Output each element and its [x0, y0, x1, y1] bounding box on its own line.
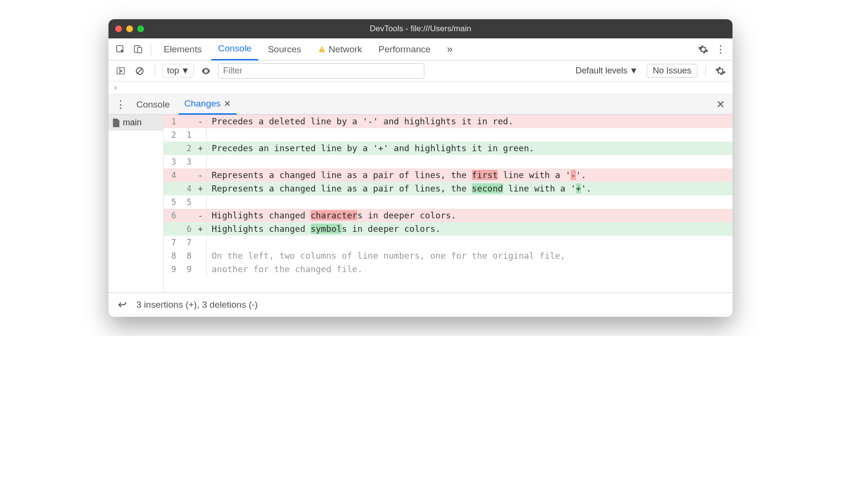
tab-elements[interactable]: Elements: [157, 38, 208, 60]
divider: [705, 65, 706, 77]
diff-marker: [194, 249, 207, 263]
chevron-down-icon: ▼: [181, 66, 190, 76]
line-number-new: [179, 115, 194, 128]
drawer-more-icon[interactable]: ⋮: [113, 97, 128, 112]
line-number-new: [179, 209, 194, 222]
log-level-label: Default levels: [576, 66, 627, 76]
settings-icon[interactable]: [696, 42, 710, 57]
diff-line: 21: [164, 128, 733, 142]
tab-console[interactable]: Console: [211, 38, 258, 60]
diff-code: Precedes a deleted line by a '-' and hig…: [207, 115, 733, 128]
diff-code: another for the changed file.: [207, 263, 733, 276]
console-sidebar-toggle-icon[interactable]: [113, 64, 128, 78]
line-number-old: 2: [164, 128, 179, 142]
context-label: top: [167, 66, 179, 76]
line-number-new: 4: [179, 182, 194, 195]
inspect-element-icon[interactable]: [113, 42, 128, 57]
line-number-old: 4: [164, 168, 179, 182]
console-settings-icon[interactable]: [713, 64, 728, 78]
diff-line: 4-Represents a changed line as a pair of…: [164, 168, 733, 182]
diff-line: 6-Highlights changed characters in deepe…: [164, 209, 733, 222]
diff-code: On the left, two columns of line numbers…: [207, 249, 733, 263]
line-number-old: 1: [164, 115, 179, 128]
line-number-new: 1: [179, 128, 194, 142]
line-number-old: [164, 182, 179, 195]
diff-content[interactable]: 1-Precedes a deleted line by a '-' and h…: [164, 115, 733, 292]
diff-summary-bar: 3 insertions (+), 3 deletions (-): [108, 292, 733, 317]
more-icon[interactable]: ⋮: [713, 42, 728, 57]
line-number-new: [179, 168, 194, 182]
diff-code: Precedes an inserted line by a '+' and h…: [207, 142, 733, 155]
line-number-new: 8: [179, 249, 194, 263]
console-prompt[interactable]: ›: [108, 82, 733, 95]
svg-rect-4: [321, 50, 322, 51]
diff-code: [207, 155, 733, 168]
diff-line: 88On the left, two columns of line numbe…: [164, 249, 733, 263]
diff-code: Highlights changed characters in deeper …: [207, 209, 733, 222]
diff-code: [207, 128, 733, 142]
line-number-new: 2: [179, 142, 194, 155]
drawer-tab-changes[interactable]: Changes ✕: [179, 95, 237, 115]
issues-button[interactable]: No Issues: [647, 64, 697, 78]
file-tree-item[interactable]: main: [108, 115, 163, 131]
diff-line: 55: [164, 195, 733, 209]
tab-overflow[interactable]: »: [440, 38, 459, 60]
minimize-window-button[interactable]: [126, 25, 133, 32]
diff-summary-text: 3 insertions (+), 3 deletions (-): [136, 300, 258, 310]
file-tree: main: [108, 115, 164, 292]
diff-marker: -: [194, 168, 207, 182]
device-toolbar-icon[interactable]: [131, 42, 145, 57]
clear-console-icon[interactable]: [132, 64, 147, 78]
diff-code: Represents a changed line as a pair of l…: [207, 168, 733, 182]
tab-sources[interactable]: Sources: [261, 38, 308, 60]
close-window-button[interactable]: [115, 25, 122, 32]
diff-marker: +: [194, 182, 207, 195]
filter-input[interactable]: [218, 63, 424, 79]
changes-diff-area: main 1-Precedes a deleted line by a '-' …: [108, 115, 733, 292]
diff-line: 4+Represents a changed line as a pair of…: [164, 182, 733, 195]
diff-marker: [194, 263, 207, 276]
diff-marker: [194, 195, 207, 209]
divider: [151, 44, 151, 55]
line-number-new: 6: [179, 222, 194, 236]
line-number-old: 5: [164, 195, 179, 209]
log-level-selector[interactable]: Default levels ▼: [572, 64, 642, 77]
warning-icon: [318, 45, 326, 53]
svg-rect-3: [321, 48, 322, 50]
svg-rect-2: [137, 48, 142, 53]
chevron-down-icon: ▼: [629, 66, 638, 76]
diff-code: [207, 195, 733, 209]
context-selector[interactable]: top ▼: [163, 64, 194, 78]
diff-marker: +: [194, 142, 207, 155]
diff-line: 1-Precedes a deleted line by a '-' and h…: [164, 115, 733, 128]
diff-line: 99another for the changed file.: [164, 263, 733, 276]
line-number-old: 8: [164, 249, 179, 263]
diff-marker: [194, 236, 207, 249]
diff-line: 6+Highlights changed symbols in deeper c…: [164, 222, 733, 236]
diff-line: 77: [164, 236, 733, 249]
maximize-window-button[interactable]: [137, 25, 144, 32]
main-tabs-row: Elements Console Sources Network Perform…: [108, 38, 733, 60]
diff-marker: +: [194, 222, 207, 236]
file-name: main: [123, 118, 142, 128]
line-number-old: 9: [164, 263, 179, 276]
divider: [155, 65, 155, 77]
line-number-old: 7: [164, 236, 179, 249]
diff-code: [207, 236, 733, 249]
close-tab-icon[interactable]: ✕: [224, 98, 231, 109]
titlebar: DevTools - file:///Users/main: [108, 19, 733, 38]
file-icon: [112, 119, 120, 127]
tab-performance[interactable]: Performance: [372, 38, 437, 60]
close-drawer-icon[interactable]: ✕: [713, 97, 728, 112]
diff-line: 33: [164, 155, 733, 168]
revert-icon[interactable]: [115, 298, 130, 312]
diff-marker: [194, 128, 207, 142]
live-expression-icon[interactable]: [199, 64, 213, 78]
drawer-tab-changes-label: Changes: [184, 98, 221, 109]
window-title: DevTools - file:///Users/main: [108, 24, 733, 34]
drawer-tab-console[interactable]: Console: [131, 95, 176, 115]
tab-network[interactable]: Network: [311, 38, 369, 60]
diff-marker: -: [194, 209, 207, 222]
diff-line: 2+Precedes an inserted line by a '+' and…: [164, 142, 733, 155]
traffic-lights: [108, 25, 144, 32]
